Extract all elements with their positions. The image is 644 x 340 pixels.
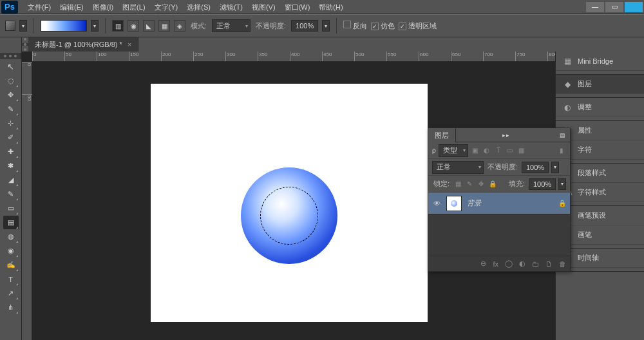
gradient-picker[interactable] [41,20,87,32]
blur-tool[interactable]: ◍ [3,230,19,243]
heal-tool[interactable]: ✚ [3,145,19,158]
gradient-angle-icon[interactable]: ◣ [143,20,155,32]
eyedropper-tool[interactable]: ✐ [3,131,19,144]
pen-tool[interactable]: ✍ [3,258,19,272]
menu-layer[interactable]: 图层(L) [118,0,149,14]
marquee-tool[interactable]: ◌ [3,74,19,88]
type-tool[interactable]: T [3,272,19,286]
close-tab-icon[interactable]: × [128,41,131,48]
opacity-dropdown[interactable]: ▾ [322,20,330,32]
document-canvas[interactable] [151,84,428,322]
maximize-button[interactable]: ▭ [605,2,623,12]
lock-pixel-icon[interactable]: ✎ [465,180,474,189]
filter-smart-icon[interactable]: ▦ [517,146,526,155]
panel-menu-icon[interactable]: ▤ [556,132,570,138]
layer-thumbnail[interactable] [446,196,462,211]
transparency-checkbox[interactable]: 透明区域 [399,21,437,31]
menu-filter[interactable]: 滤镜(T) [215,0,247,14]
menu-image[interactable]: 图像(I) [88,0,118,14]
layer-name[interactable]: 背景 [467,198,481,208]
layer-opacity-field[interactable]: 100% [522,162,549,173]
ruler-tick: 50 [64,52,71,62]
filter-type-icon[interactable]: T [494,146,503,155]
adjustment-layer-icon[interactable]: ◐ [519,260,526,268]
crop-tool[interactable]: ⊹ [3,117,19,130]
ruler-tick: 300 [225,52,235,62]
gradient-tool[interactable]: ▤ [3,216,19,229]
filter-kind-dropdown[interactable]: 类型 [439,144,468,157]
filter-toggle[interactable]: ▮ [557,146,566,155]
gradient-linear-icon[interactable]: ▥ [112,20,124,32]
move-tool[interactable]: ↖ [3,60,19,73]
minimize-button[interactable]: — [586,2,604,12]
new-layer-icon[interactable]: 🗋 [545,260,553,268]
blend-mode-dropdown[interactable]: 正常 [212,19,251,32]
history-brush-tool[interactable]: ✎ [3,187,19,201]
ruler-tick: 800 [547,52,555,62]
layers-tab[interactable]: 图层 [428,128,456,142]
opacity-field[interactable]: 100% [291,20,318,32]
lasso-tool[interactable]: ✥ [3,88,19,102]
shape-tool[interactable]: ⋔ [3,301,19,314]
link-layers-icon[interactable]: ⊖ [480,260,486,268]
tool-preset-dropdown[interactable]: ▾ [19,20,27,32]
layer-fill-dropdown[interactable]: ▾ [558,178,566,190]
layer-fill-field[interactable]: 100% [529,178,556,190]
separator [33,18,34,33]
lock-transparent-icon[interactable]: ▦ [453,180,462,189]
layer-blend-dropdown[interactable]: 正常 [432,161,484,174]
gradient-dropdown[interactable]: ▾ [91,20,99,32]
opacity-label: 不透明度: [256,21,286,31]
delete-layer-icon[interactable]: 🗑 [559,260,566,268]
panel-collapse-icon[interactable]: ▸▸ [498,132,514,138]
mode-label: 模式: [191,21,207,31]
menu-window[interactable]: 窗口(W) [280,0,315,14]
layer-fx-icon[interactable]: fx [493,260,498,268]
gradient-radial-icon[interactable]: ◉ [128,20,139,32]
lock-all-icon[interactable]: 🔒 [488,180,497,189]
menu-view[interactable]: 视图(V) [247,0,280,14]
filter-adjust-icon[interactable]: ◐ [482,146,491,155]
ruler-tick: 600 [419,52,428,62]
menu-select[interactable]: 选择(S) [182,0,215,14]
layer-opacity-dropdown[interactable]: ▾ [551,162,559,173]
path-tool[interactable]: ↗ [3,287,19,300]
marquee-selection [260,187,318,245]
brush-tool[interactable]: ✱ [3,159,19,173]
wand-tool[interactable]: ✎ [3,102,19,116]
dock-label: 图层 [578,79,592,89]
eraser-tool[interactable]: ▭ [3,202,19,215]
menu-type[interactable]: 文字(Y) [150,0,183,14]
layer-blend-row: 正常 不透明度: 100% ▾ [428,159,570,176]
separator [105,18,106,33]
fill-label: 填充: [509,179,525,189]
dither-checkbox[interactable]: 仿色 [371,21,395,31]
document-tab[interactable]: 未标题-1 @ 100%(RGB/8) * × [28,37,138,52]
canvas-area[interactable]: 0501001502002503003504004505005506006507… [22,52,555,340]
group-icon[interactable]: 🗀 [532,260,539,268]
visibility-icon[interactable]: 👁 [432,200,441,207]
menu-file[interactable]: 文件(F) [23,0,55,14]
lock-position-icon[interactable]: ✥ [477,180,486,189]
toolbox-handle[interactable] [0,53,21,59]
dock-label: 调整 [578,102,592,112]
layer-mask-icon[interactable]: ◯ [505,260,513,268]
tab-handle-icon[interactable] [22,43,28,46]
layer-row-background[interactable]: 👁 背景 🔒 [428,193,570,214]
gradient-reflected-icon[interactable]: ▦ [158,20,170,32]
close-button[interactable] [625,2,643,12]
dock-item-调整[interactable]: ◐调整 [556,98,644,117]
menu-help[interactable]: 帮助(H) [314,0,347,14]
filter-pixel-icon[interactable]: ▣ [471,146,480,155]
dodge-tool[interactable]: ◉ [3,244,19,258]
dock-item-Mini Bridge[interactable]: ▦Mini Bridge [556,52,644,71]
filter-shape-icon[interactable]: ▭ [506,146,515,155]
ruler-tick: 200 [161,52,171,62]
layers-empty-area [428,214,570,256]
reverse-checkbox[interactable]: 反向 [343,21,367,31]
dock-item-图层[interactable]: ◆图层 [556,75,644,94]
tool-preset-icon[interactable] [5,21,15,31]
stamp-tool[interactable]: ◢ [3,173,19,187]
menu-edit[interactable]: 编辑(E) [55,0,88,14]
gradient-diamond-icon[interactable]: ◈ [174,20,185,32]
